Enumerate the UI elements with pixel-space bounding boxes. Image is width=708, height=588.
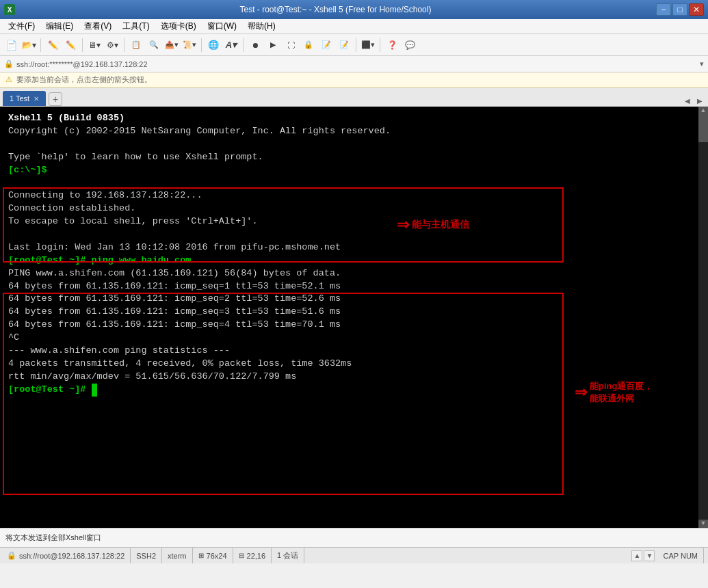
font-button[interactable]: A▾: [223, 37, 239, 53]
addressbar: 🔒 ssh://root:********@192.168.137.128:22…: [0, 56, 708, 72]
copy-button[interactable]: 📋: [128, 37, 144, 53]
find-button[interactable]: 🔍: [146, 37, 162, 53]
info-icon: ⚠: [5, 75, 12, 84]
status-rows-text: 76x24: [207, 552, 227, 560]
status-nav: ▲ ▼: [631, 550, 655, 561]
terminal-output[interactable]: Xshell 5 (Build 0835) Copyright (c) 2002…: [0, 107, 708, 528]
window-controls: − □ ✕: [656, 3, 704, 16]
toolbar-separator-6: [356, 38, 356, 52]
log-button[interactable]: 📝: [318, 37, 335, 53]
open-button[interactable]: 📂▾: [21, 37, 37, 53]
status-pos-text: 22,16: [247, 552, 266, 560]
record-button[interactable]: ⏺: [247, 37, 263, 53]
edit-btn2[interactable]: ✏️: [62, 37, 79, 53]
status-capnum-text: CAP NUM: [663, 552, 698, 560]
edit-button[interactable]: ✏️: [44, 37, 61, 53]
bottom-toolbar: 将文本发送到全部Xshell窗口: [0, 528, 708, 547]
tabbar: 1 Test ✕ + ◀ ▶: [0, 88, 708, 107]
menu-view[interactable]: 查看(V): [79, 19, 117, 34]
status-sessions-text: 1 会话: [277, 550, 298, 561]
app-icon: X: [4, 4, 15, 15]
resize-button[interactable]: ⛶: [283, 37, 299, 53]
address-dropdown[interactable]: ▾: [700, 59, 704, 68]
toolbar-separator-1: [40, 38, 41, 52]
status-capnum: CAP NUM: [657, 548, 704, 563]
status-nav-up[interactable]: ▲: [631, 550, 642, 561]
tab-1-label: 1 Test: [10, 94, 29, 103]
status-xterm-text: xterm: [168, 552, 187, 560]
maximize-button[interactable]: □: [672, 3, 687, 16]
multi-send-button[interactable]: ⬛▾: [360, 37, 376, 53]
info-text: 要添加当前会话，点击左侧的箭头按钮。: [16, 75, 152, 85]
tab-1-close[interactable]: ✕: [34, 95, 39, 103]
toolbar-separator-7: [380, 38, 380, 52]
statusbar: 🔒 ssh://root@192.168.137.128:22 SSH2 xte…: [0, 547, 708, 563]
status-position: ⊟ 22,16: [233, 548, 272, 563]
log-btn2[interactable]: 📝: [336, 37, 352, 53]
close-button[interactable]: ✕: [689, 3, 704, 16]
comment-button[interactable]: 💬: [402, 37, 418, 53]
minimize-button[interactable]: −: [656, 3, 671, 16]
menubar: 文件(F) 编辑(E) 查看(V) 工具(T) 选项卡(B) 窗口(W) 帮助(…: [0, 19, 708, 34]
scroll-thumb[interactable]: [698, 115, 708, 142]
menu-help[interactable]: 帮助(H): [242, 19, 281, 34]
toolbar-separator-5: [243, 38, 244, 52]
new-file-button[interactable]: 📄: [3, 37, 19, 53]
tab-nav-left[interactable]: ◀: [682, 95, 693, 106]
scroll-track: ▲ ▼: [698, 107, 708, 528]
menu-file[interactable]: 文件(F): [3, 19, 40, 34]
infobar: ⚠ 要添加当前会话，点击左侧的箭头按钮。: [0, 72, 708, 88]
lock-icon: 🔒: [4, 59, 14, 68]
new-tab-button[interactable]: +: [49, 92, 62, 106]
address-text: ssh://root:********@192.168.137.128:22: [16, 60, 697, 68]
terminal-area[interactable]: Xshell 5 (Build 0835) Copyright (c) 2002…: [0, 107, 708, 528]
status-path: 🔒 ssh://root@192.168.137.128:22: [4, 548, 131, 563]
globe-button[interactable]: 🌐: [205, 37, 222, 53]
connect-button[interactable]: 🖥▾: [86, 37, 103, 53]
toolbar-separator-3: [124, 38, 124, 52]
status-ssh: SSH2: [131, 548, 162, 563]
menu-tools[interactable]: 工具(T): [117, 19, 155, 34]
tab-nav-right[interactable]: ▶: [694, 95, 705, 106]
scrollbar[interactable]: ▲ ▼: [698, 107, 708, 528]
send-button[interactable]: 📤▾: [163, 37, 180, 53]
help-button[interactable]: ❓: [384, 37, 400, 53]
tab-nav: ◀ ▶: [682, 95, 705, 106]
status-rows-icon: ⊞: [198, 552, 204, 559]
menu-window[interactable]: 窗口(W): [202, 19, 242, 34]
menu-tabs[interactable]: 选项卡(B): [155, 19, 202, 34]
status-pos-icon: ⊟: [239, 552, 244, 559]
toolbar-separator-4: [201, 38, 202, 52]
toolbar-separator-2: [82, 38, 83, 52]
tab-1[interactable]: 1 Test ✕: [3, 91, 46, 106]
status-xterm: xterm: [162, 548, 193, 563]
window-title: Test - root@Test:~ - Xshell 5 (Free for …: [15, 5, 656, 14]
status-lock-icon: 🔒: [7, 551, 16, 560]
send-to-all-text: 将文本发送到全部Xshell窗口: [5, 533, 101, 543]
status-nav-down[interactable]: ▼: [644, 550, 655, 561]
menu-edit[interactable]: 编辑(E): [40, 19, 79, 34]
status-ssh-text: SSH2: [136, 552, 156, 560]
toolbar: 📄 📂▾ ✏️ ✏️ 🖥▾ ⚙▾ 📋 🔍 📤▾ 📜▾ 🌐 A▾ ⏺ ▶ ⛶ 🔒 …: [0, 34, 708, 56]
status-sessions: 1 会话: [272, 548, 304, 563]
lock-button[interactable]: 🔒: [300, 37, 317, 53]
script-button[interactable]: 📜▾: [181, 37, 198, 53]
status-size: ⊞ 76x24: [193, 548, 233, 563]
settings-button[interactable]: ⚙▾: [104, 37, 120, 53]
status-path-text: ssh://root@192.168.137.128:22: [19, 552, 124, 560]
play-button[interactable]: ▶: [265, 37, 281, 53]
titlebar: X Test - root@Test:~ - Xshell 5 (Free fo…: [0, 0, 708, 19]
